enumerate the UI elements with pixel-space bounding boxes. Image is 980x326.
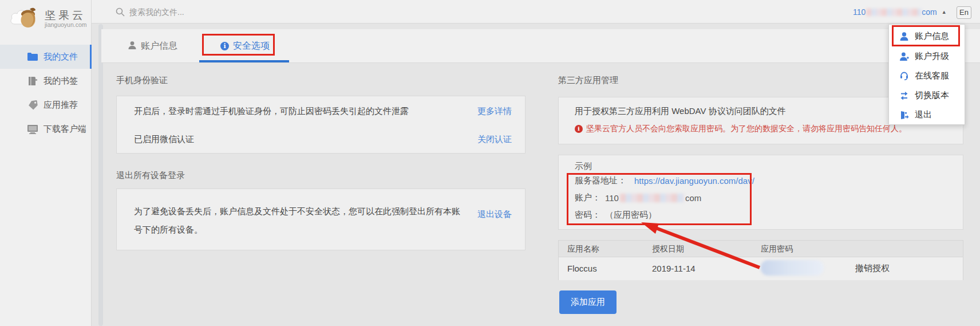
support-icon	[899, 71, 909, 81]
sidebar-item-download-client[interactable]: 下载客户端	[0, 117, 92, 141]
search-icon	[116, 7, 125, 19]
server-address-label: 服务器地址：	[575, 175, 626, 186]
active-tab-underline	[199, 60, 289, 62]
menu-item-label: 账户信息	[915, 31, 949, 42]
menu-item-label: 切换版本	[915, 90, 949, 101]
brand-domain: jianguoyun.com	[45, 21, 87, 28]
sidebar-item-label: 应用推荐	[44, 100, 78, 111]
search-input[interactable]	[128, 5, 334, 19]
sidebar-item-label: 我的书签	[44, 76, 78, 87]
tab-label: 安全选项	[233, 40, 270, 52]
tag-icon	[27, 99, 38, 111]
menu-item-online-support[interactable]: 在线客服	[889, 66, 965, 86]
sidebar-item-my-bookmarks[interactable]: 我的书签	[0, 69, 92, 93]
column-header-app-name: 应用名称	[567, 244, 599, 254]
account-dropdown-menu: 账户信息 账户升级 在线客服 切换版本 退出	[888, 24, 965, 125]
menu-item-switch-version[interactable]: 切换版本	[889, 85, 965, 105]
section-title-logout-all: 退出所有设备登录	[116, 170, 185, 181]
caret-up-icon: ▲	[942, 9, 947, 15]
password-label: 密码：	[575, 210, 600, 221]
folder-icon	[27, 51, 38, 62]
account-email-redacted	[866, 9, 921, 16]
table-row: Floccus 2019-11-14 撤销授权	[559, 257, 963, 280]
account-email-prefix: 110	[853, 7, 866, 17]
wechat-auth-status: 已启用微信认证	[134, 134, 194, 145]
menu-item-account-info[interactable]: 账户信息	[889, 26, 965, 46]
top-bar: 110 com ▲ En	[92, 0, 980, 23]
user-upgrade-icon	[899, 52, 909, 62]
security-warning-text: 坚果云官方人员不会向您索取应用密码。为了您的数据安全，请勿将应用密码告知任何人。	[586, 124, 907, 134]
account-row: 账户： 110 com	[575, 193, 701, 203]
tab-security-options[interactable]: i 安全选项	[220, 29, 270, 63]
table-header-row: 应用名称 授权日期 应用密码	[559, 241, 963, 257]
tab-label: 账户信息	[141, 40, 177, 52]
warning-info-icon: i	[575, 125, 583, 133]
tab-account-info[interactable]: 账户信息	[128, 29, 177, 63]
sidebar-item-label: 我的文件	[44, 52, 78, 62]
password-hint: （应用密码）	[605, 210, 657, 221]
account-label: 账户：	[575, 193, 600, 203]
brand-logo[interactable]: 坚果云 jianguoyun.com	[9, 5, 89, 30]
menu-item-account-upgrade[interactable]: 账户升级	[889, 46, 965, 66]
example-account-suffix: com	[685, 193, 701, 203]
menu-item-label: 退出	[915, 109, 932, 120]
section-title-phone-auth: 手机身份验证	[116, 75, 168, 86]
menu-item-label: 在线客服	[915, 70, 949, 81]
logout-all-description: 为了避免设备丢失后，账户信息及文件处于不安全状态，您可以在此强制登出所有本账号下…	[134, 202, 466, 239]
info-icon: i	[220, 42, 229, 50]
revoke-authorization-link[interactable]: 撤销授权	[855, 263, 890, 274]
account-email-suffix: com	[922, 7, 936, 17]
bookmark-icon	[27, 75, 38, 87]
column-header-auth-date: 授权日期	[652, 244, 684, 254]
column-header-app-password: 应用密码	[761, 244, 793, 254]
account-menu-trigger[interactable]: 110 com ▲	[853, 7, 947, 17]
add-app-button[interactable]: 添加应用	[559, 290, 617, 314]
webdav-description: 用于授权第三方应用利用 WebDAV 协议访问团队的文件	[575, 106, 786, 117]
sidebar: 坚果云 jianguoyun.com 我的文件 我的书签 应用推荐 下载客	[0, 0, 92, 326]
logout-all-panel: 为了避免设备丢失后，账户信息及文件处于不安全状态，您可以在此强制登出所有本账号下…	[116, 188, 525, 250]
menu-item-logout[interactable]: 退出	[889, 105, 965, 125]
section-title-third-party: 第三方应用管理	[558, 75, 618, 86]
app-name-cell: Floccus	[567, 264, 597, 273]
app-password-redacted	[761, 260, 824, 276]
acorn-cloud-logo-icon	[9, 6, 42, 29]
webdav-example-panel: 示例 服务器地址： https://dav.jianguoyun.com/dav…	[558, 155, 963, 230]
phone-auth-description: 开启后，登录时需通过手机验证身份，可防止因密码丢失引起的文件泄露	[134, 106, 409, 117]
vertical-scrollbar[interactable]	[98, 24, 103, 326]
server-address-row: 服务器地址： https://dav.jianguoyun.com/dav/	[575, 175, 754, 186]
menu-item-label: 账户升级	[915, 51, 949, 62]
logout-devices-link[interactable]: 退出设备	[477, 209, 512, 220]
example-account-prefix: 110	[605, 193, 619, 203]
language-toggle-button[interactable]: En	[957, 6, 971, 19]
more-details-link[interactable]: 更多详情	[477, 106, 512, 117]
logout-icon	[899, 110, 909, 120]
auth-date-cell: 2019-11-14	[652, 264, 696, 273]
monitor-icon	[27, 123, 38, 135]
app-window: 坚果云 jianguoyun.com 我的文件 我的书签 应用推荐 下载客	[0, 0, 980, 326]
sidebar-item-app-recommend[interactable]: 应用推荐	[0, 93, 92, 117]
person-icon	[128, 41, 137, 52]
phone-auth-panel: 开启后，登录时需通过手机验证身份，可防止因密码丢失引起的文件泄露 更多详情 已启…	[116, 96, 525, 154]
sidebar-item-my-files[interactable]: 我的文件	[0, 45, 92, 69]
example-title: 示例	[575, 161, 592, 172]
example-account-redacted	[620, 194, 684, 202]
switch-icon	[899, 91, 909, 101]
password-row: 密码： （应用密码）	[575, 210, 657, 221]
tab-bar: 账户信息 i 安全选项	[101, 29, 980, 63]
authorized-apps-table: 应用名称 授权日期 应用密码 Floccus 2019-11-14 撤销授权	[558, 240, 963, 280]
security-warning-row: i 坚果云官方人员不会向您索取应用密码。为了您的数据安全，请勿将应用密码告知任何…	[575, 124, 907, 134]
user-icon	[899, 32, 909, 42]
disable-auth-link[interactable]: 关闭认证	[477, 134, 512, 145]
webdav-url-link[interactable]: https://dav.jianguoyun.com/dav/	[634, 176, 754, 186]
sidebar-item-label: 下载客户端	[44, 124, 86, 135]
